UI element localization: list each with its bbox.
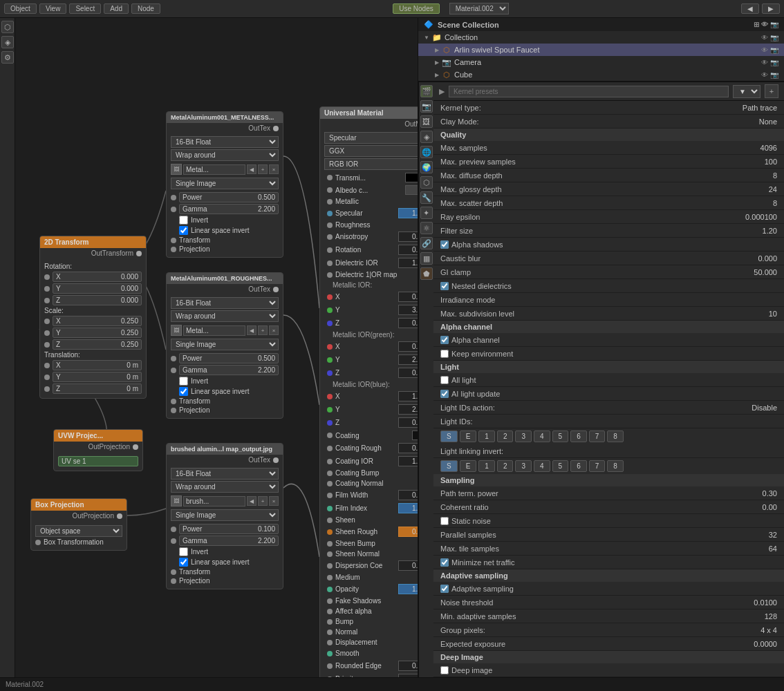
brushed-img-btn1[interactable]: ◀ bbox=[247, 496, 256, 506]
lid-3-btn[interactable]: 3 bbox=[515, 430, 532, 442]
ll-6-btn[interactable]: 6 bbox=[570, 460, 587, 472]
roughness-img-btn1[interactable]: ◀ bbox=[247, 325, 256, 335]
brushed-type[interactable]: Single Image bbox=[171, 509, 279, 521]
trans-y-field[interactable]: Y0 m bbox=[53, 372, 142, 382]
roughness-power-field[interactable]: Power 0.500 bbox=[179, 353, 279, 363]
material2-icon[interactable]: ⬟ bbox=[420, 267, 433, 280]
brushed-power-field[interactable]: Power 0.100 bbox=[179, 524, 279, 534]
ll-7-btn[interactable]: 7 bbox=[589, 460, 606, 472]
keep-env-check[interactable] bbox=[440, 350, 449, 358]
constraints-icon[interactable]: 🔗 bbox=[420, 237, 433, 249]
outliner-item-camera[interactable]: ▶ 📷 Camera 👁 📷 bbox=[418, 56, 784, 68]
alpha-channel-check[interactable] bbox=[440, 336, 449, 344]
scale-x-field[interactable]: X0.250 bbox=[53, 316, 142, 326]
world-icon[interactable]: 🌍 bbox=[420, 161, 433, 173]
lid-6-btn[interactable]: 6 bbox=[570, 430, 587, 442]
select-btn[interactable]: Select bbox=[69, 3, 101, 14]
scale-y-field[interactable]: Y0.250 bbox=[53, 328, 142, 338]
roughness-img-btn3[interactable]: × bbox=[269, 325, 279, 335]
add-btn[interactable]: Add bbox=[104, 3, 129, 14]
metalness-img-btn2[interactable]: + bbox=[258, 164, 268, 174]
box-space-select[interactable]: Object space bbox=[35, 525, 122, 537]
use-nodes-btn[interactable]: Use Nodes bbox=[393, 3, 439, 14]
brushed-img-btn3[interactable]: × bbox=[269, 496, 279, 506]
lid-4-btn[interactable]: 4 bbox=[534, 430, 550, 442]
lid-5-btn[interactable]: 5 bbox=[552, 430, 569, 442]
rot-y-field[interactable]: Y0.000 bbox=[53, 283, 142, 294]
metalness-invert-check[interactable] bbox=[179, 216, 188, 225]
dispersion-value[interactable]: 0.000 bbox=[398, 560, 418, 571]
ll-e-btn[interactable]: E bbox=[460, 460, 477, 472]
trans-x-field[interactable]: X0 m bbox=[53, 360, 142, 370]
node-side-icon-2[interactable]: ◈ bbox=[1, 36, 14, 48]
lid-s-btn[interactable]: S bbox=[440, 430, 458, 442]
iorb-z-value[interactable]: 0.000 bbox=[398, 417, 418, 428]
rs-add-btn[interactable]: + bbox=[765, 84, 778, 98]
ll-3-btn[interactable]: 3 bbox=[515, 460, 532, 472]
coll-cam-btn[interactable]: 📷 bbox=[770, 34, 778, 41]
view-layer-icon[interactable]: ◈ bbox=[420, 131, 433, 143]
ll-s-btn[interactable]: S bbox=[440, 460, 458, 472]
cube-eye-btn[interactable]: 👁 bbox=[761, 71, 768, 79]
iorb-y-value[interactable]: 2.390 bbox=[398, 404, 418, 415]
scale-z-field[interactable]: Z0.250 bbox=[53, 339, 142, 350]
node-side-icon-1[interactable]: ⬡ bbox=[1, 21, 14, 33]
object-btn[interactable]: Object bbox=[4, 3, 37, 14]
rs-dropdown[interactable]: ▼ bbox=[733, 85, 760, 98]
priority-value[interactable]: 0 bbox=[398, 674, 418, 677]
universal-ggx-select[interactable]: GGX bbox=[324, 145, 418, 157]
all-light-update-check[interactable] bbox=[440, 390, 449, 398]
outliner-filter-btn[interactable]: ⊞ bbox=[754, 21, 759, 28]
metalness-gamma-field[interactable]: Gamma 2.200 bbox=[179, 204, 279, 214]
outliner-cam-btn[interactable]: 📷 bbox=[770, 21, 778, 28]
rotation-value[interactable]: 0.000 bbox=[398, 245, 418, 255]
lid-7-btn[interactable]: 7 bbox=[589, 430, 606, 442]
universal-specular-select[interactable]: Specular bbox=[324, 132, 418, 144]
cube-cam-btn[interactable]: 📷 bbox=[770, 71, 778, 79]
iorb-x-value[interactable]: 1.165 bbox=[398, 391, 418, 401]
rs-search-input[interactable] bbox=[449, 86, 729, 97]
brushed-img-btn2[interactable]: + bbox=[258, 496, 268, 506]
brushed-gamma-field[interactable]: Gamma 2.200 bbox=[179, 536, 279, 546]
specular-value[interactable]: 1.000 bbox=[398, 208, 418, 218]
uvw-field[interactable]: UV se 1 bbox=[58, 456, 138, 466]
roughness-invert-check[interactable] bbox=[179, 377, 188, 386]
ll-2-btn[interactable]: 2 bbox=[497, 460, 514, 472]
brushed-wrap[interactable]: Wrap around bbox=[171, 481, 279, 493]
coating-color[interactable] bbox=[412, 430, 418, 440]
filmwidth-value[interactable]: 0.000 bbox=[398, 490, 418, 500]
sheenrough-value[interactable]: 0.200 bbox=[398, 527, 418, 537]
ior-z-value[interactable]: 0.000 bbox=[398, 318, 418, 328]
rot-z-field[interactable]: Z0.000 bbox=[53, 295, 142, 305]
data-icon[interactable]: ▦ bbox=[420, 252, 433, 265]
view-controls[interactable]: ◀ bbox=[741, 3, 759, 14]
metalness-bitdepth[interactable]: 16-Bit Float bbox=[171, 136, 279, 148]
output-icon[interactable]: 🖼 bbox=[420, 115, 433, 128]
particles-icon[interactable]: ✦ bbox=[420, 207, 433, 219]
brushed-invert-check[interactable] bbox=[179, 547, 188, 556]
lid-e-btn[interactable]: E bbox=[460, 430, 477, 442]
static-noise-check[interactable] bbox=[440, 517, 449, 525]
anisotropy-value[interactable]: 0.000 bbox=[398, 231, 418, 242]
albedo-color[interactable] bbox=[405, 185, 418, 195]
node-editor[interactable]: 2D Transform OutTransform Rotation: X0.0… bbox=[15, 18, 418, 677]
node-side-icon-3[interactable]: ⚙ bbox=[1, 51, 14, 64]
dielior-value[interactable]: 1.500 bbox=[398, 258, 418, 268]
faucet-eye-btn[interactable]: 👁 bbox=[761, 46, 768, 54]
roughness-type[interactable]: Single Image bbox=[171, 339, 279, 350]
lid-2-btn[interactable]: 2 bbox=[497, 430, 514, 442]
ior-x-value[interactable]: 0.218 bbox=[398, 292, 418, 302]
adaptive-sampling-check[interactable] bbox=[440, 585, 449, 593]
minimize-net-check[interactable] bbox=[440, 558, 449, 567]
deep-image-check[interactable] bbox=[440, 666, 449, 674]
render-icon[interactable]: 📷 bbox=[420, 100, 433, 113]
metalness-img-btn3[interactable]: × bbox=[269, 164, 279, 174]
faucet-cam-btn[interactable]: 📷 bbox=[770, 46, 778, 54]
physics-icon[interactable]: ⚛ bbox=[420, 222, 433, 234]
cam-cam-btn[interactable]: 📷 bbox=[770, 59, 778, 66]
view-btn[interactable]: View bbox=[39, 3, 67, 14]
roughness-gamma-field[interactable]: Gamma 2.200 bbox=[179, 365, 279, 375]
lid-1-btn[interactable]: 1 bbox=[478, 430, 495, 442]
cam-eye-btn[interactable]: 👁 bbox=[761, 59, 768, 66]
metalness-wrap[interactable]: Wrap around bbox=[171, 149, 279, 161]
